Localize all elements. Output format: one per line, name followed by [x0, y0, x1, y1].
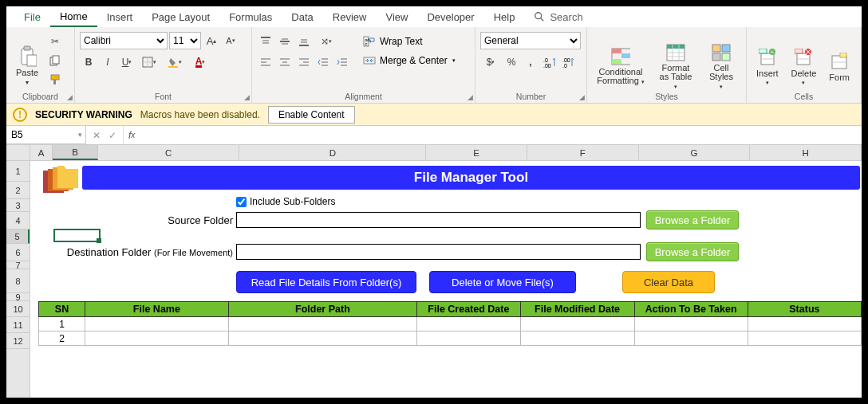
formula-input[interactable] — [140, 126, 862, 144]
align-middle-button[interactable] — [276, 33, 294, 49]
row-header[interactable]: 4 — [6, 212, 30, 229]
source-folder-input[interactable] — [236, 212, 641, 228]
table-cell[interactable] — [417, 331, 520, 346]
column-header[interactable]: A — [30, 145, 53, 160]
wrap-text-button[interactable]: abc Wrap Text — [361, 33, 456, 49]
row-header[interactable]: 6 — [6, 244, 30, 261]
select-all-corner[interactable] — [6, 145, 30, 161]
include-subfolders-checkbox[interactable]: Include Sub-Folders — [236, 196, 335, 207]
underline-button[interactable]: U ▾ — [118, 54, 136, 70]
menu-insert[interactable]: Insert — [97, 8, 143, 26]
menu-help[interactable]: Help — [484, 8, 525, 26]
table-cell[interactable] — [520, 317, 634, 331]
column-header[interactable]: H — [750, 145, 862, 160]
browse-source-button[interactable]: Browse a Folder — [646, 210, 739, 229]
table-cell[interactable] — [228, 331, 416, 346]
enter-formula-button[interactable]: ✓ — [108, 130, 116, 141]
row-header[interactable]: 1 — [6, 161, 30, 182]
table-row[interactable]: 1 — [39, 317, 862, 331]
menu-view[interactable]: View — [376, 8, 417, 26]
column-header[interactable]: E — [426, 145, 527, 160]
row-header[interactable]: 2 — [6, 182, 30, 199]
decrease-font-button[interactable]: A▾ — [222, 33, 239, 49]
include-subfolders-label: Include Sub-Folders — [250, 196, 335, 207]
column-header[interactable]: D — [239, 145, 426, 160]
menu-review[interactable]: Review — [323, 8, 377, 26]
clear-data-button[interactable]: Clear Data — [622, 271, 715, 293]
enable-content-button[interactable]: Enable Content — [268, 106, 355, 124]
table-cell[interactable] — [748, 331, 861, 346]
increase-decimal-button[interactable]: .0.00 — [541, 54, 558, 70]
row-header[interactable]: 9 — [6, 293, 30, 301]
font-color-button[interactable]: A▾ — [188, 54, 212, 70]
font-size-select[interactable]: 11 — [169, 32, 201, 49]
table-cell[interactable] — [228, 317, 416, 331]
clipboard-launcher[interactable]: ◢ — [67, 93, 73, 101]
row-header[interactable]: 11 — [6, 317, 30, 333]
column-header[interactable]: G — [639, 145, 751, 160]
accounting-button[interactable]: $ ▾ — [480, 54, 501, 70]
name-box[interactable]: B5 — [6, 126, 86, 144]
worksheet-grid[interactable]: ABCDEFGH 123456789101112 File Manager To… — [6, 145, 862, 398]
row-header[interactable]: 10 — [6, 301, 30, 317]
include-subfolders-input[interactable] — [236, 197, 247, 207]
column-header[interactable]: B — [53, 145, 98, 160]
menu-formulas[interactable]: Formulas — [219, 8, 282, 26]
column-header[interactable]: C — [98, 145, 239, 160]
cancel-formula-button[interactable]: ✕ — [93, 130, 101, 141]
table-cell[interactable]: 2 — [39, 331, 85, 346]
align-bottom-button[interactable] — [295, 33, 313, 49]
row-header[interactable]: 5 — [6, 229, 30, 244]
menu-data[interactable]: Data — [282, 8, 322, 26]
percent-button[interactable]: % — [503, 54, 520, 70]
search-box[interactable]: Search — [534, 11, 582, 23]
menu-file[interactable]: File — [14, 8, 50, 26]
table-cell[interactable] — [417, 317, 520, 331]
number-format-select[interactable]: General — [480, 32, 581, 49]
row-header[interactable]: 8 — [6, 269, 30, 293]
copy-button[interactable] — [46, 53, 64, 69]
bold-button[interactable]: B — [80, 54, 97, 70]
row-header[interactable]: 12 — [6, 333, 30, 349]
table-cell[interactable]: 1 — [39, 317, 85, 331]
fill-color-button[interactable]: ▾ — [163, 54, 187, 70]
table-row[interactable]: 2 — [39, 331, 862, 346]
alignment-launcher[interactable]: ◢ — [468, 93, 473, 101]
italic-button[interactable]: I — [99, 54, 116, 70]
menu-page-layout[interactable]: Page Layout — [142, 8, 219, 26]
destination-folder-input[interactable] — [236, 244, 641, 260]
decrease-indent-button[interactable] — [314, 54, 332, 70]
decrease-decimal-button[interactable]: .00.0 — [560, 54, 578, 70]
table-cell[interactable] — [634, 317, 748, 331]
table-cell[interactable] — [85, 331, 229, 346]
table-header: Folder Path — [228, 302, 416, 317]
number-launcher[interactable]: ◢ — [579, 93, 585, 101]
row-header[interactable]: 7 — [6, 261, 30, 269]
font-launcher[interactable]: ◢ — [244, 93, 250, 101]
comma-button[interactable]: , — [522, 54, 539, 70]
table-cell[interactable] — [85, 317, 229, 331]
menu-home[interactable]: Home — [50, 7, 97, 27]
table-cell[interactable] — [634, 331, 748, 346]
align-left-button[interactable] — [257, 54, 274, 70]
browse-destination-button[interactable]: Browse a Folder — [646, 242, 739, 261]
table-cell[interactable] — [520, 331, 634, 346]
row-header[interactable]: 3 — [6, 199, 30, 212]
increase-indent-button[interactable] — [333, 54, 351, 70]
read-file-details-button[interactable]: Read File Details From Folder(s) — [236, 271, 416, 293]
align-top-button[interactable] — [257, 33, 274, 49]
font-name-select[interactable]: Calibri — [80, 32, 168, 49]
cut-button[interactable]: ✂ — [46, 33, 64, 49]
column-header[interactable]: F — [527, 145, 639, 160]
merge-center-button[interactable]: Merge & Center ▾ — [361, 53, 456, 69]
format-painter-button[interactable] — [46, 72, 64, 88]
orientation-button[interactable]: ⤭▾ — [314, 33, 338, 49]
table-cell[interactable] — [748, 317, 861, 331]
delete-move-files-button[interactable]: Delete or Move File(s) — [429, 271, 576, 293]
align-center-button[interactable] — [276, 54, 294, 70]
align-right-button[interactable] — [295, 54, 313, 70]
borders-button[interactable]: ▾ — [137, 54, 161, 70]
increase-font-button[interactable]: A▴ — [203, 33, 220, 49]
fx-icon[interactable]: fx — [124, 126, 140, 144]
menu-developer[interactable]: Developer — [417, 8, 483, 26]
